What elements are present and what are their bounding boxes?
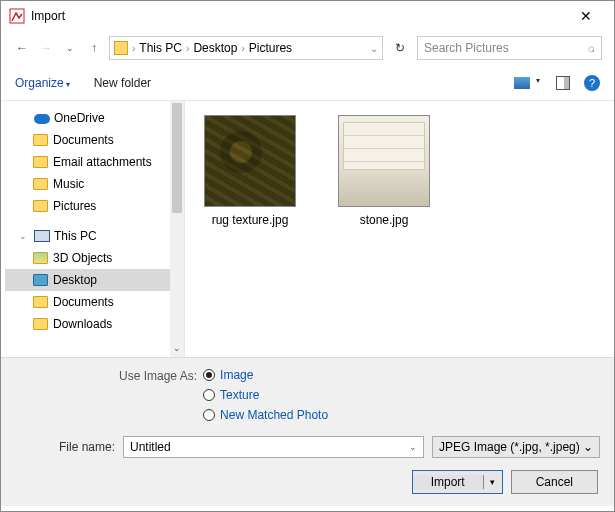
- search-input[interactable]: Search Pictures ⌕: [417, 36, 602, 60]
- folder-icon: [33, 296, 48, 308]
- tree-item[interactable]: Pictures: [5, 195, 184, 217]
- forward-button: →: [37, 41, 55, 55]
- file-type-filter[interactable]: JPEG Image (*.jpg, *.jpeg) ⌄: [432, 436, 600, 458]
- nav-row: ← → ⌄ ↑ › This PC › Desktop › Pictures ⌄…: [1, 31, 614, 65]
- filename-input[interactable]: Untitled ⌄: [123, 436, 424, 458]
- chevron-down-icon[interactable]: ⌄: [409, 442, 417, 452]
- breadcrumb[interactable]: › This PC › Desktop › Pictures ⌄: [109, 36, 383, 60]
- chevron-right-icon: ›: [186, 43, 189, 54]
- filename-label: File name:: [57, 440, 115, 454]
- tree-item[interactable]: 3D Objects: [5, 247, 184, 269]
- file-list[interactable]: rug texture.jpg stone.jpg: [185, 101, 614, 357]
- window-title: Import: [31, 9, 566, 23]
- radio-icon: [203, 409, 215, 421]
- file-thumbnail: [338, 115, 430, 207]
- folder-icon: [33, 134, 48, 146]
- file-name: stone.jpg: [329, 213, 439, 227]
- toolbar: Organize▾ New folder ?: [1, 65, 614, 101]
- up-button[interactable]: ↑: [85, 41, 103, 55]
- tree-item[interactable]: Documents: [5, 291, 184, 313]
- search-icon: ⌕: [588, 41, 595, 55]
- recent-dropdown[interactable]: ⌄: [61, 43, 79, 53]
- import-dropdown[interactable]: ▾: [484, 477, 502, 487]
- chevron-down-icon[interactable]: ⌄: [370, 43, 378, 54]
- filename-row: File name: Untitled ⌄ JPEG Image (*.jpg,…: [15, 436, 600, 458]
- help-button[interactable]: ?: [584, 75, 600, 91]
- chevron-right-icon: ›: [241, 43, 244, 54]
- folder-icon: [33, 178, 48, 190]
- radio-new-matched-photo[interactable]: New Matched Photo: [203, 408, 328, 422]
- import-button[interactable]: Import ▾: [412, 470, 503, 494]
- filename-value: Untitled: [130, 440, 409, 454]
- bottom-panel: Use Image As: Image Texture New Matched …: [1, 357, 614, 506]
- chevron-down-icon: ⌄: [583, 440, 593, 454]
- crumb-desktop[interactable]: Desktop: [193, 41, 237, 55]
- thumbnails-icon: [514, 77, 530, 89]
- folder-icon: [33, 318, 48, 330]
- folder-tree: OneDrive Documents Email attachments Mus…: [1, 101, 185, 357]
- file-item[interactable]: stone.jpg: [329, 115, 439, 227]
- cloud-icon: [34, 112, 49, 124]
- desktop-icon: [33, 274, 48, 286]
- folder-icon: [33, 200, 48, 212]
- refresh-button[interactable]: ↻: [389, 41, 411, 55]
- main-area: OneDrive Documents Email attachments Mus…: [1, 101, 614, 357]
- file-item[interactable]: rug texture.jpg: [195, 115, 305, 227]
- radio-texture[interactable]: Texture: [203, 388, 328, 402]
- search-placeholder: Search Pictures: [424, 41, 588, 55]
- close-button[interactable]: ✕: [566, 8, 606, 24]
- crumb-pictures[interactable]: Pictures: [249, 41, 292, 55]
- file-thumbnail: [204, 115, 296, 207]
- button-row: Import ▾ Cancel: [15, 470, 600, 494]
- preview-pane-toggle[interactable]: [556, 76, 570, 90]
- tree-item-selected[interactable]: Desktop: [5, 269, 184, 291]
- tree-item[interactable]: Documents: [5, 129, 184, 151]
- folder-icon: [33, 252, 48, 264]
- chevron-right-icon: ›: [132, 43, 135, 54]
- sidebar-scrollbar[interactable]: ⌄: [170, 101, 184, 357]
- radio-icon: [203, 369, 215, 381]
- app-icon: [9, 8, 25, 24]
- view-mode-menu[interactable]: [514, 77, 542, 89]
- organize-menu[interactable]: Organize▾: [15, 76, 70, 90]
- radio-image[interactable]: Image: [203, 368, 328, 382]
- new-folder-button[interactable]: New folder: [94, 76, 151, 90]
- radio-icon: [203, 389, 215, 401]
- title-bar: Import ✕: [1, 1, 614, 31]
- crumb-thispc[interactable]: This PC: [139, 41, 182, 55]
- file-name: rug texture.jpg: [195, 213, 305, 227]
- filter-value: JPEG Image (*.jpg, *.jpeg): [439, 440, 583, 454]
- folder-icon: [114, 41, 128, 55]
- tree-thispc[interactable]: ⌄This PC: [5, 225, 184, 247]
- scrollbar-thumb[interactable]: [172, 103, 182, 213]
- use-image-as-label: Use Image As:: [119, 368, 197, 383]
- cancel-button[interactable]: Cancel: [511, 470, 598, 494]
- back-button[interactable]: ←: [13, 41, 31, 55]
- tree-onedrive[interactable]: OneDrive: [5, 107, 184, 129]
- tree-item[interactable]: Email attachments: [5, 151, 184, 173]
- folder-icon: [33, 156, 48, 168]
- tree-item[interactable]: Music: [5, 173, 184, 195]
- tree-item[interactable]: Downloads: [5, 313, 184, 335]
- pc-icon: [34, 230, 49, 242]
- scroll-down-icon[interactable]: ⌄: [170, 343, 184, 357]
- use-image-as-group: Use Image As: Image Texture New Matched …: [15, 368, 600, 422]
